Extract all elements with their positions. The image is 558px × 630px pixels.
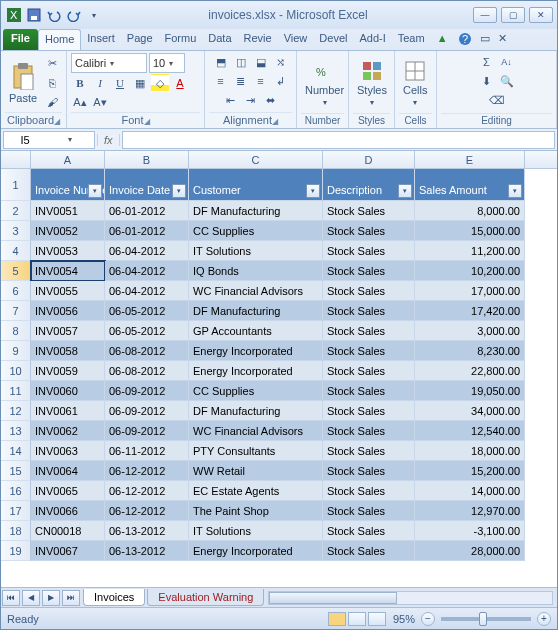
row-header[interactable]: 7: [1, 301, 31, 321]
window-restore-icon[interactable]: ▭: [476, 29, 494, 50]
cell[interactable]: INV0064: [31, 461, 105, 481]
cell[interactable]: DF Manufacturing: [189, 401, 323, 421]
cell[interactable]: INV0054: [31, 261, 105, 281]
tab-team[interactable]: Team: [392, 29, 431, 50]
row-header[interactable]: 2: [1, 201, 31, 221]
cell[interactable]: 17,420.00: [415, 301, 525, 321]
cell[interactable]: WC Financial Advisors: [189, 281, 323, 301]
row-header[interactable]: 19: [1, 541, 31, 561]
tab-page[interactable]: Page: [121, 29, 159, 50]
filter-dropdown-icon[interactable]: ▾: [172, 184, 186, 198]
cell[interactable]: Stock Sales: [323, 241, 415, 261]
cell[interactable]: Stock Sales: [323, 201, 415, 221]
cell[interactable]: The Paint Shop: [189, 501, 323, 521]
row-header[interactable]: 8: [1, 321, 31, 341]
cell[interactable]: 12,540.00: [415, 421, 525, 441]
cell[interactable]: 06-08-2012: [105, 361, 189, 381]
number-format-button[interactable]: %Number▾: [301, 58, 348, 109]
row-header[interactable]: 18: [1, 521, 31, 541]
sheet-nav-prev[interactable]: ◀: [22, 590, 40, 606]
align-middle-icon[interactable]: ◫: [232, 53, 250, 71]
merge-center-icon[interactable]: ⬌: [262, 91, 280, 109]
redo-icon[interactable]: [65, 6, 83, 24]
fill-icon[interactable]: ⬇: [478, 72, 496, 90]
ribbon-minimize-icon[interactable]: ▲: [431, 29, 454, 50]
align-top-icon[interactable]: ⬒: [212, 53, 230, 71]
dialog-launcher-icon[interactable]: ◢: [144, 117, 150, 126]
cell[interactable]: 06-12-2012: [105, 461, 189, 481]
cell[interactable]: 17,000.00: [415, 281, 525, 301]
maximize-button[interactable]: ▢: [501, 7, 525, 23]
cell[interactable]: 06-08-2012: [105, 341, 189, 361]
cell[interactable]: Energy Incorporated: [189, 541, 323, 561]
cell[interactable]: INV0063: [31, 441, 105, 461]
cell[interactable]: 06-09-2012: [105, 421, 189, 441]
cell[interactable]: INV0056: [31, 301, 105, 321]
cell[interactable]: 06-04-2012: [105, 281, 189, 301]
cell[interactable]: 34,000.00: [415, 401, 525, 421]
align-right-icon[interactable]: ≡: [252, 72, 270, 90]
cell[interactable]: Stock Sales: [323, 461, 415, 481]
tab-revie[interactable]: Revie: [238, 29, 278, 50]
align-left-icon[interactable]: ≡: [212, 72, 230, 90]
cells-button[interactable]: Cells▾: [399, 58, 431, 109]
cell[interactable]: Stock Sales: [323, 481, 415, 501]
filter-dropdown-icon[interactable]: ▾: [508, 184, 522, 198]
excel-icon[interactable]: X: [5, 6, 23, 24]
column-header[interactable]: C: [189, 151, 323, 168]
increase-indent-icon[interactable]: ⇥: [242, 91, 260, 109]
horizontal-scrollbar[interactable]: [268, 591, 553, 605]
normal-view-button[interactable]: [328, 612, 346, 626]
cell[interactable]: 06-05-2012: [105, 321, 189, 341]
cell[interactable]: INV0055: [31, 281, 105, 301]
tab-view[interactable]: View: [278, 29, 314, 50]
orientation-icon[interactable]: ⤭: [272, 53, 290, 71]
cell[interactable]: 06-09-2012: [105, 401, 189, 421]
grow-font-icon[interactable]: A▴: [71, 93, 89, 111]
cell[interactable]: IQ Bonds: [189, 261, 323, 281]
cell[interactable]: Stock Sales: [323, 541, 415, 561]
filter-dropdown-icon[interactable]: ▾: [398, 184, 412, 198]
clear-icon[interactable]: ⌫: [488, 91, 506, 109]
cell[interactable]: PTY Consultants: [189, 441, 323, 461]
cell[interactable]: INV0051: [31, 201, 105, 221]
formula-input[interactable]: [122, 131, 555, 149]
cell[interactable]: -3,100.00: [415, 521, 525, 541]
cell[interactable]: Stock Sales: [323, 281, 415, 301]
row-header[interactable]: 1: [1, 169, 31, 201]
cell[interactable]: INV0053: [31, 241, 105, 261]
cell[interactable]: 18,000.00: [415, 441, 525, 461]
cell[interactable]: 06-13-2012: [105, 541, 189, 561]
row-header[interactable]: 14: [1, 441, 31, 461]
fill-color-button[interactable]: ◇: [151, 74, 169, 92]
font-size-combo[interactable]: 10▾: [149, 53, 185, 73]
cell[interactable]: INV0062: [31, 421, 105, 441]
row-header[interactable]: 17: [1, 501, 31, 521]
select-all-corner[interactable]: [1, 151, 31, 168]
styles-button[interactable]: Styles▾: [353, 58, 391, 109]
workbook-close-icon[interactable]: ✕: [494, 29, 511, 50]
cell[interactable]: 06-01-2012: [105, 221, 189, 241]
border-button[interactable]: ▦: [131, 74, 149, 92]
row-header[interactable]: 9: [1, 341, 31, 361]
row-header[interactable]: 10: [1, 361, 31, 381]
cell[interactable]: 06-01-2012: [105, 201, 189, 221]
cell[interactable]: CN00018: [31, 521, 105, 541]
cell[interactable]: 15,000.00: [415, 221, 525, 241]
cell[interactable]: Stock Sales: [323, 401, 415, 421]
cell[interactable]: 06-12-2012: [105, 501, 189, 521]
sheet-tab[interactable]: Invoices: [83, 589, 145, 606]
tab-formu[interactable]: Formu: [159, 29, 203, 50]
cell[interactable]: 8,000.00: [415, 201, 525, 221]
cell[interactable]: INV0059: [31, 361, 105, 381]
filter-dropdown-icon[interactable]: ▾: [88, 184, 102, 198]
row-header[interactable]: 4: [1, 241, 31, 261]
cell[interactable]: CC Supplies: [189, 381, 323, 401]
zoom-slider[interactable]: [441, 617, 531, 621]
cell[interactable]: EC Estate Agents: [189, 481, 323, 501]
cell[interactable]: Stock Sales: [323, 421, 415, 441]
sheet-tab[interactable]: Evaluation Warning: [147, 589, 264, 606]
row-header[interactable]: 16: [1, 481, 31, 501]
page-layout-view-button[interactable]: [348, 612, 366, 626]
fx-label[interactable]: fx: [97, 134, 120, 146]
